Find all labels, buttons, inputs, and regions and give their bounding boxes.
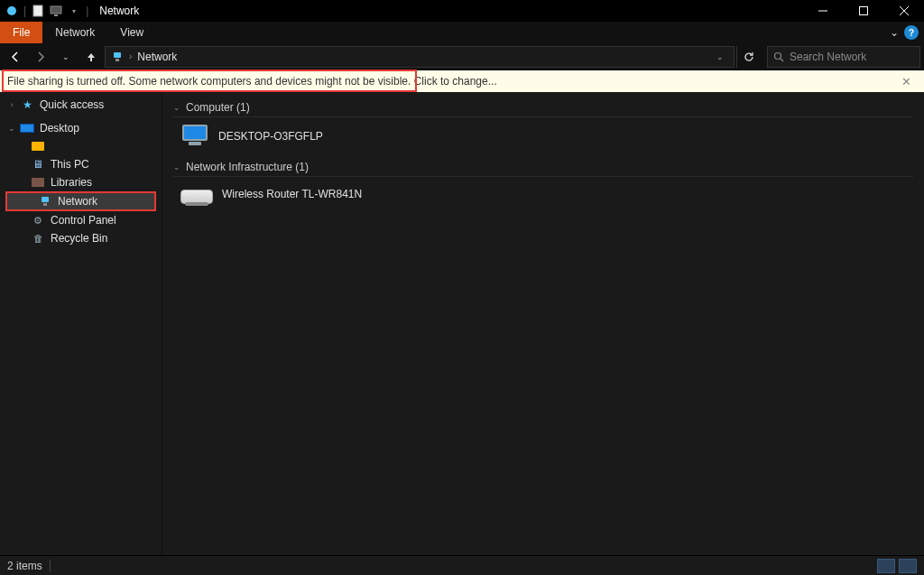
nav-recycle-bin[interactable]: 🗑 Recycle Bin bbox=[0, 229, 162, 247]
address-location[interactable]: Network bbox=[137, 51, 177, 63]
network-icon bbox=[38, 195, 52, 208]
svg-rect-1 bbox=[33, 5, 42, 16]
chevron-down-icon[interactable]: ⌄ bbox=[173, 162, 180, 172]
control-panel-icon: ⚙ bbox=[31, 214, 45, 227]
svg-rect-13 bbox=[43, 203, 47, 206]
chevron-down-icon[interactable]: ▾ bbox=[68, 5, 80, 17]
nav-label: This PC bbox=[51, 158, 89, 171]
nav-quick-access[interactable]: › ★ Quick access bbox=[0, 96, 162, 114]
svg-rect-8 bbox=[114, 52, 121, 58]
app-icon bbox=[5, 5, 18, 17]
refresh-button[interactable] bbox=[736, 46, 760, 68]
group-label: Network Infrastructure (1) bbox=[186, 161, 309, 173]
nav-label: Quick access bbox=[40, 98, 104, 111]
search-placeholder: Search Network bbox=[790, 51, 866, 63]
search-icon bbox=[773, 51, 784, 62]
svg-point-10 bbox=[775, 52, 781, 59]
maximize-button[interactable] bbox=[843, 0, 883, 22]
address-bar: ⌄ › Network ⌄ Search Network bbox=[0, 43, 924, 70]
tab-view[interactable]: View bbox=[107, 22, 156, 43]
nav-label: Desktop bbox=[40, 122, 79, 134]
close-button[interactable] bbox=[883, 0, 924, 22]
title-bar: | ▾ | Network bbox=[0, 0, 924, 22]
item-label: Wireless Router TL-WR841N bbox=[222, 188, 362, 200]
nav-label: Control Panel bbox=[51, 214, 116, 227]
chevron-down-icon[interactable]: ⌄ bbox=[173, 103, 180, 112]
up-button[interactable] bbox=[79, 45, 103, 69]
svg-line-11 bbox=[781, 59, 783, 61]
group-label: Computer (1) bbox=[186, 101, 250, 114]
svg-rect-5 bbox=[859, 7, 867, 15]
back-button[interactable] bbox=[4, 45, 27, 69]
info-bar[interactable]: File sharing is turned off. Some network… bbox=[0, 70, 924, 92]
nav-desktop[interactable]: ⌄ Desktop bbox=[0, 119, 162, 137]
nav-control-panel[interactable]: ⚙ Control Panel bbox=[0, 211, 162, 229]
ribbon-collapse-icon[interactable]: ⌄ bbox=[890, 26, 899, 39]
help-icon[interactable]: ? bbox=[904, 25, 919, 40]
separator: | bbox=[23, 5, 26, 17]
tab-file[interactable]: File bbox=[0, 22, 42, 43]
chevron-down-icon[interactable]: ⌄ bbox=[7, 124, 16, 133]
pc-icon: 🖥 bbox=[31, 158, 45, 171]
item-router[interactable]: Wireless Router TL-WR841N bbox=[173, 181, 913, 213]
tab-network[interactable]: Network bbox=[42, 22, 107, 43]
status-bar: 2 items bbox=[0, 555, 924, 575]
folder-icon bbox=[31, 140, 45, 153]
recycle-bin-icon: 🗑 bbox=[31, 232, 45, 245]
search-field[interactable]: Search Network bbox=[767, 46, 920, 68]
desktop-icon bbox=[20, 122, 34, 134]
item-label: DESKTOP-O3FGFLP bbox=[218, 130, 323, 143]
svg-rect-2 bbox=[51, 6, 61, 14]
group-header-computer[interactable]: ⌄ Computer (1) bbox=[173, 97, 913, 117]
chevron-right-icon: › bbox=[129, 51, 132, 61]
quick-access-toolbar: | ▾ | bbox=[0, 5, 94, 17]
nav-this-pc[interactable]: 🖥 This PC bbox=[0, 155, 162, 173]
chevron-down-icon[interactable]: ⌄ bbox=[712, 52, 728, 61]
nav-label: Network bbox=[58, 195, 97, 208]
separator: | bbox=[86, 5, 88, 17]
nav-label: Libraries bbox=[51, 176, 92, 189]
computer-icon[interactable] bbox=[50, 5, 62, 17]
address-field[interactable]: › Network ⌄ bbox=[105, 46, 735, 68]
item-computer[interactable]: DESKTOP-O3FGFLP bbox=[173, 121, 913, 157]
svg-rect-3 bbox=[54, 14, 58, 16]
minimize-button[interactable] bbox=[802, 0, 843, 22]
navigation-pane: › ★ Quick access ⌄ Desktop 🖥 This PC Lib… bbox=[0, 92, 162, 555]
file-icon[interactable] bbox=[32, 5, 44, 17]
chevron-right-icon[interactable]: › bbox=[7, 100, 16, 109]
svg-rect-12 bbox=[42, 197, 49, 202]
group-header-netinfra[interactable]: ⌄ Network Infrastructure (1) bbox=[173, 157, 913, 177]
window-controls bbox=[802, 0, 924, 22]
info-bar-message: File sharing is turned off. Some network… bbox=[7, 75, 497, 88]
libraries-icon bbox=[31, 176, 45, 189]
view-details-button[interactable] bbox=[877, 559, 895, 573]
view-tiles-button[interactable] bbox=[899, 559, 917, 573]
star-icon: ★ bbox=[20, 98, 34, 111]
recent-locations-button[interactable]: ⌄ bbox=[54, 45, 78, 69]
router-icon bbox=[180, 190, 213, 204]
status-item-count: 2 items bbox=[7, 560, 42, 572]
network-icon bbox=[111, 51, 124, 63]
svg-rect-9 bbox=[116, 59, 119, 61]
svg-point-0 bbox=[7, 6, 16, 15]
computer-icon bbox=[180, 125, 209, 148]
info-bar-close-icon[interactable]: ✕ bbox=[896, 75, 917, 88]
nav-network[interactable]: Network bbox=[5, 191, 156, 211]
forward-button[interactable] bbox=[29, 45, 52, 69]
ribbon: File Network View ⌄ ? bbox=[0, 22, 924, 43]
nav-label: Recycle Bin bbox=[51, 232, 107, 245]
nav-libraries[interactable]: Libraries bbox=[0, 173, 162, 191]
content-pane: ⌄ Computer (1) DESKTOP-O3FGFLP ⌄ Network… bbox=[162, 92, 924, 555]
nav-folder[interactable] bbox=[0, 137, 162, 155]
separator bbox=[50, 560, 51, 572]
window-title: Network bbox=[99, 5, 139, 17]
